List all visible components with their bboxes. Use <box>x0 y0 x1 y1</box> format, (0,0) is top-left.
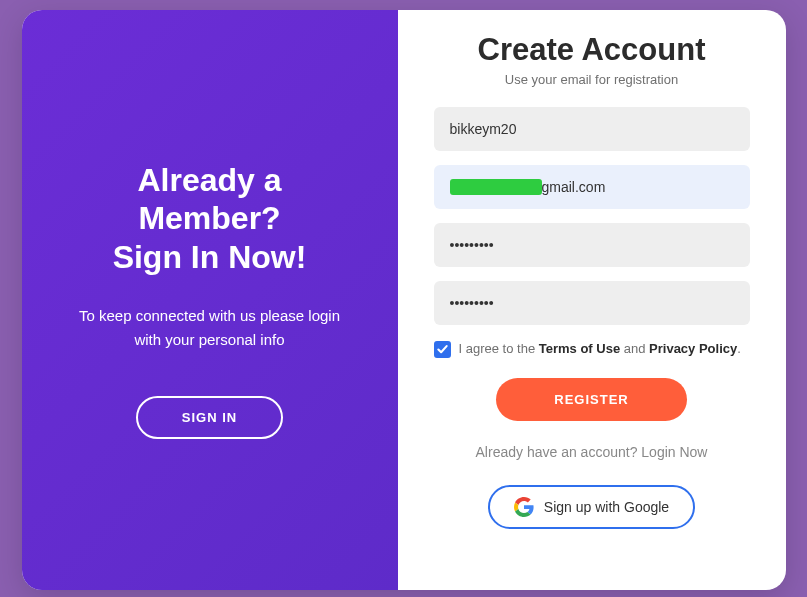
terms-prefix: I agree to the <box>459 341 539 356</box>
redaction-overlay <box>450 179 542 195</box>
google-signup-label: Sign up with Google <box>544 499 669 515</box>
signin-button[interactable]: SIGN IN <box>136 396 283 439</box>
promo-title: Already a Member? Sign In Now! <box>113 161 307 276</box>
promo-title-line: Member? <box>138 200 280 236</box>
signin-promo-panel: Already a Member? Sign In Now! To keep c… <box>22 10 398 590</box>
google-icon <box>514 497 534 517</box>
terms-of-use-link[interactable]: Terms of Use <box>539 341 620 356</box>
confirm-password-input[interactable] <box>434 281 750 325</box>
password-input[interactable] <box>434 223 750 267</box>
promo-title-line: Already a <box>137 162 281 198</box>
promo-description: To keep connected with us please login w… <box>73 304 346 352</box>
terms-row: I agree to the Terms of Use and Privacy … <box>434 339 750 360</box>
register-title: Create Account <box>478 32 706 68</box>
auth-card: Already a Member? Sign In Now! To keep c… <box>22 10 786 590</box>
terms-suffix: . <box>737 341 741 356</box>
promo-desc-line: To keep connected with us please login <box>79 307 340 324</box>
google-signup-button[interactable]: Sign up with Google <box>488 485 695 529</box>
promo-title-line: Sign In Now! <box>113 239 307 275</box>
register-panel: Create Account Use your email for regist… <box>398 10 786 590</box>
terms-checkbox[interactable] <box>434 341 451 358</box>
terms-text: I agree to the Terms of Use and Privacy … <box>459 339 750 360</box>
email-field-wrap <box>434 165 750 223</box>
name-input[interactable] <box>434 107 750 151</box>
register-subtitle: Use your email for registration <box>505 72 678 87</box>
promo-desc-line: with your personal info <box>134 331 284 348</box>
login-now-link[interactable]: Already have an account? Login Now <box>476 444 708 460</box>
register-button[interactable]: REGISTER <box>496 378 686 421</box>
terms-mid: and <box>620 341 649 356</box>
already-have-account: Already have an account? Login Now <box>476 443 708 461</box>
check-icon <box>437 344 448 355</box>
privacy-policy-link[interactable]: Privacy Policy <box>649 341 737 356</box>
